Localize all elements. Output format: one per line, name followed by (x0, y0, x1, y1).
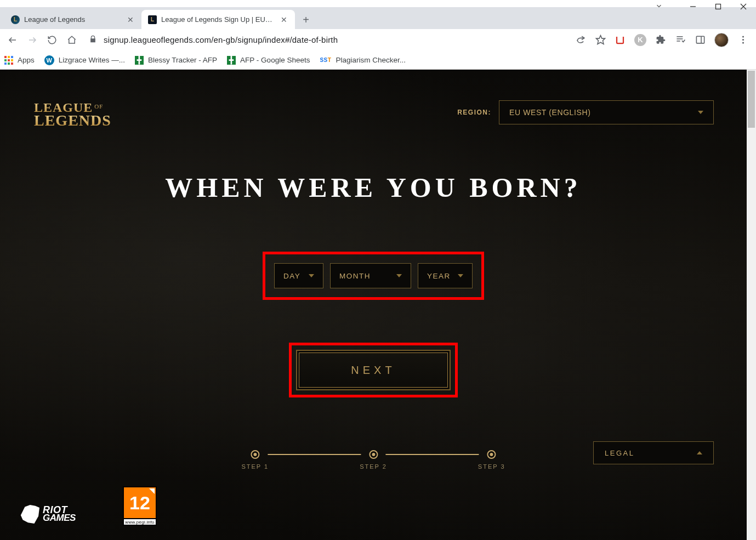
chevron-down-icon (458, 274, 463, 277)
logo-line2: LEGENDS (34, 113, 111, 128)
wordpress-icon: W (44, 55, 54, 65)
lol-logo[interactable]: LEAGUEOF LEGENDS (34, 101, 111, 128)
lock-icon[interactable] (89, 35, 97, 45)
dob-year-select[interactable]: YEAR (418, 263, 473, 288)
scrollbar-thumb[interactable] (748, 71, 755, 128)
lol-favicon-icon: L (11, 15, 20, 24)
reading-list-icon[interactable] (675, 35, 686, 46)
reload-button[interactable] (44, 32, 60, 48)
bookmark-blessy[interactable]: ╋ Blessy Tracker - AFP (135, 56, 217, 65)
bookmark-afp[interactable]: ╋ AFP - Google Sheets (227, 56, 310, 65)
bookmark-label: Blessy Tracker - AFP (148, 56, 217, 64)
step-label: STEP 3 (478, 463, 505, 470)
logo-of: OF (94, 103, 103, 110)
riot-games-logo[interactable]: RIOT GAMES (19, 505, 76, 524)
dob-month-label: MONTH (339, 272, 371, 280)
window-maximize-button[interactable] (706, 0, 731, 16)
svg-point-12 (742, 36, 743, 37)
step-3: STEP 3 (478, 450, 505, 470)
address-url: signup.leagueoflegends.com/en-gb/signup/… (104, 35, 566, 44)
sheets-icon: ╋ (135, 56, 144, 65)
address-bar[interactable]: signup.leagueoflegends.com/en-gb/signup/… (83, 32, 572, 48)
tab-title: League of Legends (24, 15, 120, 24)
forward-button[interactable] (24, 32, 41, 48)
step-label: STEP 2 (360, 463, 387, 470)
bookmark-label: Apps (18, 56, 35, 64)
page-body: LEAGUEOF LEGENDS REGION: EU WEST (ENGLIS… (0, 70, 747, 540)
region-value: EU WEST (ENGLISH) (509, 108, 590, 117)
page-heading: WHEN WERE YOU BORN? (165, 172, 581, 203)
next-button[interactable]: NEXT (296, 350, 451, 390)
star-icon[interactable] (595, 35, 606, 46)
step-dot-icon (487, 450, 496, 459)
apps-grid-icon (4, 56, 13, 65)
bookmarks-bar: Apps W Lizgrace Writes —... ╋ Blessy Tra… (0, 51, 756, 70)
share-icon[interactable] (575, 35, 586, 46)
chevron-up-icon (697, 451, 702, 454)
bookmark-label: Plagiarism Checker... (336, 56, 406, 64)
back-button[interactable] (4, 32, 21, 48)
sst-icon: SST (320, 57, 331, 63)
chevron-down-icon (309, 274, 314, 277)
step-dot-icon (251, 450, 259, 459)
next-highlight-box: NEXT (289, 343, 458, 397)
tabstrip-caret-icon[interactable] (655, 2, 663, 12)
window-minimize-button[interactable] (680, 0, 706, 16)
scrollbar-track[interactable] (747, 70, 756, 540)
riot-fist-icon (19, 505, 39, 524)
window-titlebar (0, 0, 756, 7)
kebab-menu-icon[interactable] (737, 35, 748, 46)
region-select[interactable]: EU WEST (ENGLISH) (499, 100, 714, 124)
svg-point-13 (742, 39, 743, 41)
dob-highlight-box: DAY MONTH YEAR (263, 252, 484, 300)
extension-mcafee-icon[interactable] (615, 35, 626, 46)
svg-marker-6 (596, 36, 605, 44)
lol-favicon-icon: L (148, 15, 157, 24)
side-panel-icon[interactable] (695, 35, 706, 46)
browser-toolbar: signup.leagueoflegends.com/en-gb/signup/… (0, 29, 756, 51)
tab-lol[interactable]: L League of Legends ✕ (4, 10, 141, 29)
bookmark-apps[interactable]: Apps (4, 56, 35, 65)
step-indicator: STEP 1 STEP 2 STEP 3 (241, 450, 505, 470)
bookmark-lizgrace[interactable]: W Lizgrace Writes —... (44, 55, 125, 65)
dob-year-label: YEAR (427, 272, 451, 280)
step-label: STEP 1 (241, 463, 269, 470)
pegi-number: 12 (123, 486, 157, 518)
viewport: LEAGUEOF LEGENDS REGION: EU WEST (ENGLIS… (0, 70, 756, 540)
step-dot-icon (369, 450, 378, 459)
bookmark-label: Lizgrace Writes —... (59, 56, 125, 64)
pegi-url: www.pegi.info (123, 518, 157, 526)
chevron-down-icon (396, 274, 402, 277)
dob-day-select[interactable]: DAY (274, 263, 323, 288)
dob-day-label: DAY (283, 272, 300, 280)
tab-signup[interactable]: L League of Legends Sign Up | EU W ✕ (141, 10, 295, 29)
tab-close-icon[interactable]: ✕ (126, 15, 135, 24)
pegi-rating[interactable]: 12 www.pegi.info (123, 486, 157, 526)
riot-text-line2: GAMES (43, 514, 76, 522)
home-button[interactable] (64, 32, 80, 48)
svg-rect-1 (716, 4, 721, 9)
dob-month-select[interactable]: MONTH (330, 263, 411, 288)
step-line (386, 454, 479, 455)
step-2: STEP 2 (360, 450, 387, 470)
sheets-icon: ╋ (227, 56, 236, 65)
next-button-label: NEXT (351, 364, 395, 377)
extension-k-icon[interactable]: K (634, 34, 646, 46)
extensions-puzzle-icon[interactable] (655, 35, 666, 46)
svg-rect-10 (696, 36, 704, 43)
svg-point-14 (742, 42, 743, 43)
tab-close-icon[interactable]: ✕ (280, 15, 288, 24)
tab-title: League of Legends Sign Up | EU W (161, 15, 273, 24)
bookmark-plagiarism[interactable]: SST Plagiarism Checker... (320, 56, 406, 64)
profile-avatar[interactable] (714, 33, 729, 47)
legal-label: LEGAL (605, 449, 634, 457)
bookmark-label: AFP - Google Sheets (240, 56, 310, 64)
window-close-button[interactable] (731, 0, 756, 16)
new-tab-button[interactable]: + (298, 12, 314, 27)
legal-dropdown[interactable]: LEGAL (593, 441, 714, 464)
tab-strip: L League of Legends ✕ L League of Legend… (0, 7, 756, 29)
region-label: REGION: (457, 109, 491, 116)
chevron-down-icon (698, 111, 703, 114)
step-line (268, 454, 361, 455)
step-1: STEP 1 (241, 450, 269, 470)
